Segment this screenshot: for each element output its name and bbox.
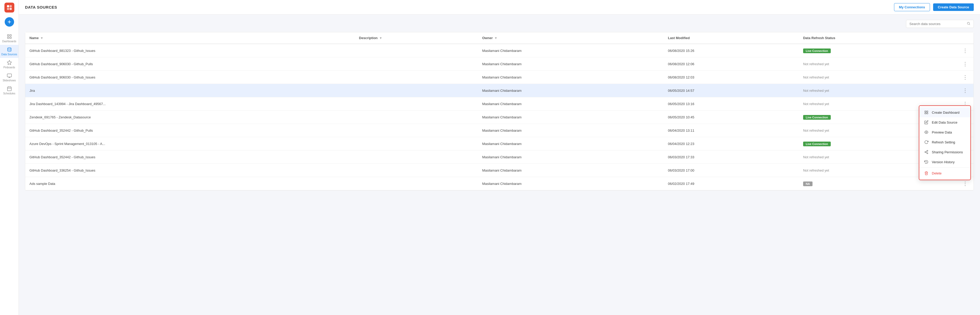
status-not-refreshed: Not refreshed yet	[803, 75, 829, 79]
svg-line-20	[926, 152, 927, 153]
more-options-button[interactable]: ⋮	[961, 74, 969, 80]
more-options-button[interactable]: ⋮	[961, 87, 969, 94]
cell-last-modified: 06/05/2020 13:16	[664, 97, 799, 110]
status-badge-live: Live Connection	[803, 48, 831, 53]
description-filter-icon[interactable]: ▼	[379, 36, 382, 40]
svg-rect-5	[10, 35, 11, 36]
name-filter-icon[interactable]: ▼	[40, 36, 43, 40]
table-row: GitHub Dashboard_906030 - Github_Issues …	[25, 71, 974, 84]
context-menu-item-edit[interactable]: Edit Data Source	[919, 117, 970, 127]
sidebar-item-datasources-label: Data Sources	[1, 53, 17, 56]
main-content: DATA SOURCES My Connections Create Data …	[19, 0, 980, 315]
create-datasource-button[interactable]: Create Data Source	[933, 3, 974, 11]
cell-actions: ⋮	[957, 44, 974, 58]
table-row: Zendesk_691765 - Zendesk_Datasource Masi…	[25, 110, 974, 124]
svg-rect-10	[7, 87, 11, 91]
context-menu-item-share[interactable]: Sharing Permissions	[919, 147, 970, 157]
svg-rect-0	[7, 5, 9, 7]
sidebar-item-dashboards[interactable]: Dashboards	[0, 32, 19, 45]
add-button[interactable]	[5, 17, 14, 27]
cell-owner: Masilamani Chidambaram	[478, 164, 664, 177]
cell-name: Jira Dashboard_143994 - Jira Dashboard_4…	[25, 97, 355, 110]
cell-name: Zendesk_691765 - Zendesk_Datasource	[25, 110, 355, 124]
sidebar-item-schedules[interactable]: Schedules	[0, 84, 19, 97]
cell-actions: ⋮	[957, 58, 974, 71]
table-row: GitHub Dashboard_352442 - Github_Issues …	[25, 150, 974, 164]
svg-rect-12	[925, 111, 926, 112]
cell-name: GitHub Dashboard_352442 - Github_Pulls	[25, 124, 355, 137]
search-bar[interactable]	[906, 20, 974, 28]
delete-icon	[924, 171, 929, 176]
svg-rect-9	[7, 74, 11, 77]
svg-rect-4	[7, 35, 9, 36]
context-menu-item-refresh[interactable]: Refresh Setting	[919, 137, 970, 147]
sidebar-item-slideshows[interactable]: Slideshows	[0, 71, 19, 84]
header-actions: My Connections Create Data Source	[894, 3, 974, 11]
context-menu: Create Dashboard Edit Data Source Previe…	[919, 106, 971, 180]
table-row: Jira Dashboard_143994 - Jira Dashboard_4…	[25, 97, 974, 110]
cell-name: Jira	[25, 84, 355, 97]
cell-owner: Masilamani Chidambaram	[478, 124, 664, 137]
cell-description	[355, 58, 478, 71]
col-last-modified: Last Modified	[664, 32, 799, 44]
svg-point-11	[967, 22, 969, 24]
cell-last-modified: 06/04/2020 12:23	[664, 137, 799, 150]
cell-description	[355, 124, 478, 137]
status-not-refreshed: Not refreshed yet	[803, 102, 829, 106]
status-not-refreshed: Not refreshed yet	[803, 155, 829, 159]
col-name: Name ▼	[25, 32, 355, 44]
context-menu-item-history[interactable]: Version History	[919, 157, 970, 167]
cell-owner: Masilamani Chidambaram	[478, 71, 664, 84]
cell-owner: Masilamani Chidambaram	[478, 84, 664, 97]
status-badge-live: Live Connection	[803, 142, 831, 146]
cell-description	[355, 164, 478, 177]
svg-point-8	[8, 48, 11, 49]
more-options-button[interactable]: ⋮	[961, 181, 969, 187]
table-row: GitHub Dashboard_352442 - Github_Pulls M…	[25, 124, 974, 137]
context-menu-item-delete[interactable]: Delete	[919, 168, 970, 178]
svg-point-17	[927, 150, 928, 151]
cell-last-modified: 06/08/2020 12:03	[664, 71, 799, 84]
cell-owner: Masilamani Chidambaram	[478, 44, 664, 58]
cell-name: Azure DevOps - Sprint Management_013105 …	[25, 137, 355, 150]
status-not-refreshed: Not refreshed yet	[803, 168, 829, 173]
cell-owner: Masilamani Chidambaram	[478, 137, 664, 150]
sidebar-item-datasources[interactable]: Data Sources	[0, 45, 19, 58]
cell-last-modified: 06/03/2020 17:33	[664, 150, 799, 164]
col-actions	[957, 32, 974, 44]
cell-last-modified: 06/05/2020 10:45	[664, 110, 799, 124]
cell-status: Not refreshed yet	[799, 84, 957, 97]
table-row: GitHub Dashboard_881323 - Github_Issues …	[25, 44, 974, 58]
status-not-refreshed: Not refreshed yet	[803, 129, 829, 133]
search-input[interactable]	[909, 22, 965, 26]
svg-rect-7	[10, 37, 11, 38]
cell-owner: Masilamani Chidambaram	[478, 58, 664, 71]
context-menu-label: Preview Data	[932, 130, 952, 134]
app-logo	[5, 3, 14, 13]
cell-description	[355, 44, 478, 58]
cell-name: GitHub Dashboard_352442 - Github_Issues	[25, 150, 355, 164]
table-row: GitHub Dashboard_336254 - Github_Issues …	[25, 164, 974, 177]
owner-filter-icon[interactable]: ▼	[494, 36, 497, 40]
sidebar-item-pinboards[interactable]: Pinboards	[0, 58, 19, 71]
status-not-refreshed: Not refreshed yet	[803, 62, 829, 66]
cell-owner: Masilamani Chidambaram	[478, 97, 664, 110]
status-not-refreshed: Not refreshed yet	[803, 89, 829, 93]
context-menu-item-create-dashboard[interactable]: Create Dashboard	[919, 107, 970, 117]
cell-description	[355, 177, 478, 190]
svg-rect-2	[7, 8, 9, 10]
context-menu-item-preview[interactable]: Preview Data	[919, 127, 970, 137]
col-status: Data Refresh Status	[799, 32, 957, 44]
cell-description	[355, 137, 478, 150]
more-options-button[interactable]: ⋮	[961, 48, 969, 54]
svg-rect-6	[7, 37, 9, 38]
svg-rect-15	[927, 113, 928, 114]
status-badge-live: Live Connection	[803, 115, 831, 120]
refresh-icon	[924, 140, 929, 144]
cell-status: Not refreshed yet	[799, 71, 957, 84]
context-menu-label: Version History	[932, 160, 955, 164]
more-options-button[interactable]: ⋮	[961, 61, 969, 67]
cell-last-modified: 06/03/2020 17:00	[664, 164, 799, 177]
cell-description	[355, 150, 478, 164]
my-connections-button[interactable]: My Connections	[894, 3, 930, 11]
